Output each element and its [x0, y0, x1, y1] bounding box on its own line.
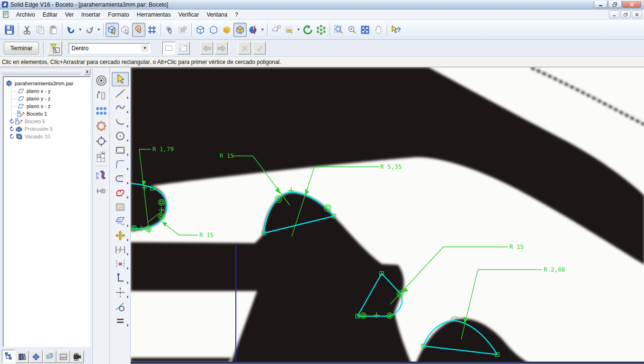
redo-button[interactable]: [83, 23, 96, 37]
tree-item-boceto-1[interactable]: Boceto 1: [9, 110, 89, 118]
menu-insertar[interactable]: Insertar: [77, 10, 104, 19]
reject-button[interactable]: [238, 42, 251, 55]
menu-help[interactable]: ?: [231, 10, 242, 19]
menu-formato[interactable]: Formato: [104, 10, 133, 19]
tab-named-views[interactable]: [71, 351, 84, 363]
copy-button[interactable]: [34, 23, 47, 37]
undo-button[interactable]: [64, 23, 78, 37]
restore-button[interactable]: [608, 1, 622, 8]
menu-archivo[interactable]: Archivo: [12, 10, 39, 19]
concentric-button[interactable]: [94, 73, 108, 88]
accept-button[interactable]: [253, 42, 266, 55]
tree-item-plano-xz[interactable]: plano x - z: [9, 102, 89, 110]
tab-family-of-parts[interactable]: [29, 351, 43, 363]
tree-item-plano-yz[interactable]: plano y - z: [9, 95, 89, 102]
zoom-area-button[interactable]: [332, 23, 345, 37]
pan-button[interactable]: [372, 23, 385, 37]
fit-view-button[interactable]: [358, 23, 372, 37]
hidden-edge-view-button[interactable]: [207, 23, 220, 37]
inactivate-part-button[interactable]: [176, 23, 189, 37]
child-minimize-button[interactable]: [609, 10, 619, 18]
include-tool[interactable]: [112, 214, 129, 228]
redo-dropdown[interactable]: ▼: [96, 23, 101, 37]
activate-part-button[interactable]: [163, 23, 176, 37]
help-button[interactable]: ?: [389, 23, 402, 37]
curve-tool[interactable]: [112, 100, 129, 115]
selection-filter-button[interactable]: [48, 41, 62, 55]
cut-button[interactable]: [20, 23, 34, 37]
section-view-dropdown[interactable]: ▼: [260, 23, 265, 37]
mirror-button[interactable]: [94, 89, 108, 103]
menu-editar[interactable]: Editar: [39, 10, 61, 19]
chevron-down-icon[interactable]: ▼: [141, 45, 149, 52]
circle-tool[interactable]: [112, 129, 129, 143]
quick-pick-button[interactable]: [132, 23, 145, 37]
connect-button[interactable]: [94, 184, 108, 198]
target-point-button[interactable]: [94, 134, 108, 148]
zoom-button[interactable]: [345, 23, 358, 37]
callout-dropdown[interactable]: ▼: [296, 23, 301, 37]
line-tool[interactable]: [112, 86, 129, 100]
menu-verificar[interactable]: Verificar: [175, 10, 203, 19]
callout-button[interactable]: [283, 23, 296, 37]
select-set-button[interactable]: [94, 104, 108, 118]
close-button[interactable]: [622, 1, 641, 8]
corner-pattern-button[interactable]: [94, 149, 108, 164]
tree-root[interactable]: paraherramienta3mm.par: [5, 80, 89, 87]
select-overlap-button[interactable]: [119, 23, 132, 37]
tree-item-vaciado-10[interactable]: Vaciado 10: [9, 133, 89, 140]
menu-ventana[interactable]: Ventana: [203, 10, 231, 19]
tree-item-boceto-5[interactable]: Boceto 5: [9, 118, 89, 125]
panel-close-button[interactable]: x: [84, 69, 90, 75]
sketch-viewport[interactable]: R 1,79 R 15 R 5,35 R 15 R 15 R 2,08: [131, 67, 644, 364]
minimize-button[interactable]: [594, 1, 608, 8]
undo-dropdown[interactable]: ▼: [78, 23, 83, 37]
paste-button[interactable]: [47, 23, 60, 37]
profile-tool[interactable]: [112, 186, 129, 200]
menu-ver[interactable]: Ver: [61, 10, 77, 19]
menu-herramientas[interactable]: Herramientas: [133, 10, 175, 19]
next-step-button[interactable]: [215, 42, 228, 55]
hatch-fill-tool[interactable]: [112, 200, 129, 214]
move-tool[interactable]: [112, 228, 129, 243]
arc-tool[interactable]: [112, 115, 129, 129]
coordinate-dimension-tool[interactable]: [112, 271, 129, 285]
save-button[interactable]: [3, 23, 16, 37]
tab-pathfinder[interactable]: [2, 350, 15, 363]
offset-tool[interactable]: [112, 172, 129, 186]
equal-relationship-tool[interactable]: [112, 314, 129, 328]
common-views-button[interactable]: [314, 23, 328, 37]
child-close-button[interactable]: [632, 10, 642, 18]
tangent-circle-tool[interactable]: [112, 300, 129, 314]
shaded-edges-view-button[interactable]: [233, 23, 247, 37]
tab-layers[interactable]: [43, 351, 56, 363]
rectangular-fence-button[interactable]: [162, 42, 175, 55]
distance-between-tool[interactable]: [112, 257, 129, 271]
wireframe-view-button[interactable]: [194, 23, 207, 37]
select-mode-combobox[interactable]: Dentro ▼: [69, 43, 150, 54]
shaded-view-button[interactable]: [220, 23, 233, 37]
polygonal-fence-button[interactable]: [177, 42, 190, 55]
fence-button[interactable]: [145, 23, 159, 37]
document-icon[interactable]: [2, 11, 9, 18]
terminar-button[interactable]: Terminar: [4, 42, 39, 55]
panel-grip[interactable]: [2, 70, 81, 73]
previous-step-button[interactable]: [200, 42, 213, 55]
fillet-tool[interactable]: [112, 157, 129, 172]
symmetric-axis-tool[interactable]: [112, 285, 129, 300]
smart-dimension-tool[interactable]: [112, 243, 129, 257]
pattern-circle-button[interactable]: [94, 119, 108, 133]
tab-sensors[interactable]: [57, 351, 70, 363]
trim-surface-button[interactable]: [94, 169, 108, 183]
select-visible-button[interactable]: [106, 23, 119, 37]
rectangle-tool[interactable]: [112, 143, 129, 157]
drawing-canvas[interactable]: R 1,79 R 15 R 5,35 R 15 R 15 R 2,08: [131, 67, 644, 364]
sketch-display-button[interactable]: [269, 23, 283, 37]
tree-item-plano-xy[interactable]: plano x - y: [9, 87, 89, 95]
tree-item-protrusion-5[interactable]: Protrusión 5: [9, 125, 89, 133]
section-view-button[interactable]: [247, 23, 260, 37]
tab-library[interactable]: [16, 351, 29, 363]
child-restore-button[interactable]: [620, 10, 631, 18]
select-tool[interactable]: [112, 72, 129, 86]
refresh-view-button[interactable]: [301, 23, 314, 37]
